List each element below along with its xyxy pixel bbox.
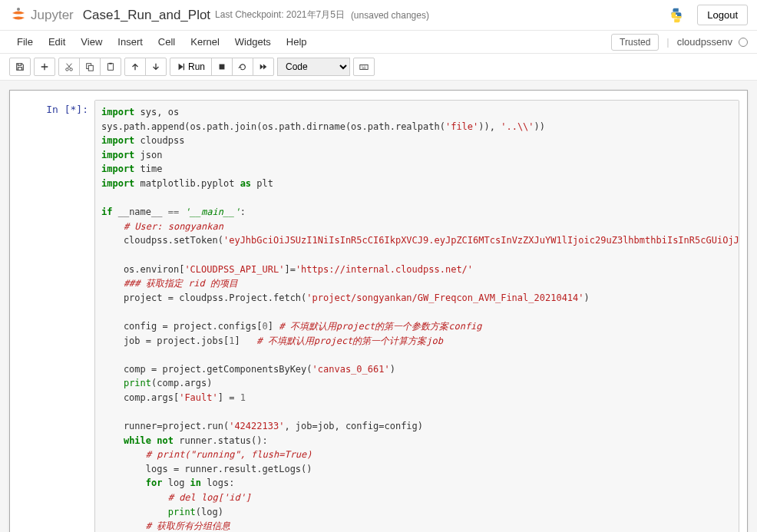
menubar: File Edit View Insert Cell Kernel Widget… [0,31,757,54]
logo-text: Jupyter [31,8,74,23]
command-palette-button[interactable] [353,58,375,76]
notebook-title[interactable]: Case1_Run_and_Plot [83,8,210,23]
menu-edit[interactable]: Edit [41,32,73,51]
code-cell[interactable]: In [*]: import sys, os sys.path.append(o… [10,97,747,532]
arrow-up-icon [131,62,140,71]
menu-kernel[interactable]: Kernel [183,32,227,51]
svg-rect-8 [360,64,368,69]
svg-point-1 [66,68,68,71]
save-button[interactable] [9,58,31,76]
cut-icon [64,62,74,71]
svg-rect-4 [88,65,93,71]
menu-cell[interactable]: Cell [150,32,183,51]
stop-icon [217,62,226,71]
run-label: Run [188,61,205,72]
toolbar: Run Code [0,54,757,81]
menu-insert[interactable]: Insert [110,32,150,51]
interrupt-button[interactable] [211,58,233,76]
python-icon [668,7,685,24]
cut-button[interactable] [58,58,80,76]
separator: | [666,36,669,48]
svg-rect-7 [220,64,225,70]
unsaved-text: (unsaved changes) [351,10,429,21]
notebook-container: In [*]: import sys, os sys.path.append(o… [9,90,748,532]
code-editor[interactable]: import sys, os sys.path.append(os.path.j… [94,100,739,532]
move-down-button[interactable] [145,58,167,76]
restart-button[interactable] [232,58,253,76]
kernel-name[interactable]: cloudpssenv [677,36,732,48]
paste-icon [106,62,115,71]
restart-icon [238,62,247,71]
trusted-indicator[interactable]: Trusted [611,34,659,51]
svg-point-0 [17,8,20,11]
run-button[interactable]: Run [170,58,212,76]
plus-icon [40,62,49,71]
svg-rect-6 [109,63,111,64]
input-prompt: In [*]: [10,100,94,532]
copy-icon [85,62,94,71]
menu-file[interactable]: File [9,32,41,51]
checkpoint-text: Last Checkpoint: 2021年7月5日 [215,8,345,21]
restart-run-button[interactable] [253,58,274,76]
notebook-area: In [*]: import sys, os sys.path.append(o… [0,81,757,532]
fast-forward-icon [259,62,268,71]
paste-button[interactable] [100,58,121,76]
jupyter-icon [9,6,28,25]
menu-widgets[interactable]: Widgets [227,32,279,51]
cell-type-select[interactable]: Code [277,58,350,76]
header: Jupyter Case1_Run_and_Plot Last Checkpoi… [0,0,757,31]
save-icon [15,62,25,71]
keyboard-icon [359,62,369,71]
svg-point-2 [70,68,72,71]
copy-button[interactable] [79,58,101,76]
menu-help[interactable]: Help [279,32,315,51]
svg-rect-5 [108,64,114,71]
arrow-down-icon [151,62,160,71]
kernel-indicator-icon[interactable] [739,38,748,47]
move-up-button[interactable] [124,58,146,76]
logout-button[interactable]: Logout [697,5,748,25]
play-icon [177,62,186,71]
jupyter-logo[interactable]: Jupyter [9,6,74,25]
add-cell-button[interactable] [34,58,55,76]
menu-view[interactable]: View [73,32,110,51]
